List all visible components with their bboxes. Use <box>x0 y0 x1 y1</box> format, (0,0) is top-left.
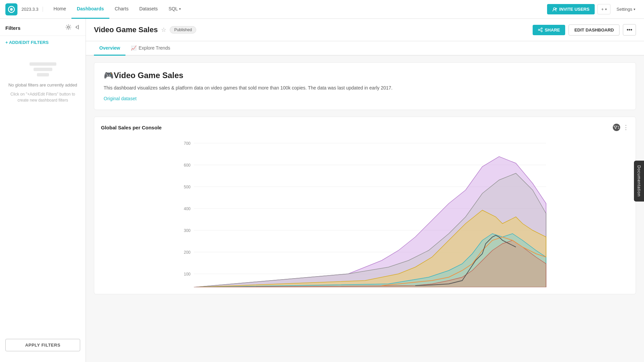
sidebar-empty-text: No global filters are currently added <box>8 82 77 88</box>
original-dataset-link[interactable]: Original dataset <box>104 96 137 101</box>
sidebar-empty-state: No global filters are currently added Cl… <box>0 49 86 198</box>
dashboard-header: Video Game Sales ☆ Published SHARE EDIT … <box>86 19 644 41</box>
nav-home[interactable]: Home <box>48 0 71 19</box>
settings-button[interactable]: Settings ▾ <box>613 4 639 14</box>
chart-more-button[interactable]: ⋮ <box>623 124 629 131</box>
empty-bar-2 <box>34 68 52 71</box>
edit-dashboard-button[interactable]: EDIT DASHBOARD <box>569 24 620 36</box>
documentation-tab[interactable]: Documentation <box>634 161 644 201</box>
filter-icon <box>613 125 618 129</box>
add-edit-filters-button[interactable]: + ADD/EDIT FILTERS <box>0 36 86 49</box>
chart-svg: 700 600 500 400 300 200 100 <box>101 136 629 287</box>
apply-filters-button[interactable]: APPLY FILTERS <box>5 339 80 351</box>
tab-explore-trends[interactable]: 📈 Explore Trends <box>125 41 175 56</box>
chart-card: Global Sales per Console 1 ⋮ <box>94 117 636 294</box>
svg-point-1 <box>10 8 13 11</box>
svg-point-8 <box>538 29 540 31</box>
nav-sql[interactable]: SQL ▾ <box>163 0 186 19</box>
tab-overview[interactable]: Overview <box>94 41 125 56</box>
empty-bar-3 <box>37 73 49 76</box>
sidebar-title: Filters <box>5 25 20 31</box>
empty-state-icon <box>30 62 56 76</box>
dashboard-title-row: Video Game Sales ☆ Published <box>94 25 196 34</box>
favorite-star-icon[interactable]: ☆ <box>161 26 166 34</box>
sidebar: Filters + ADD/EDIT FILTERS <box>0 19 86 362</box>
sidebar-header: Filters <box>0 24 86 36</box>
more-options-button[interactable]: ••• <box>623 24 636 36</box>
svg-text:200: 200 <box>184 250 191 255</box>
info-card-title: 🎮Video Game Sales <box>104 71 626 80</box>
sidebar-settings-icon[interactable] <box>65 24 71 32</box>
chart-area: 700 600 500 400 300 200 100 <box>101 136 629 287</box>
chart-title: Global Sales per Console <box>101 125 162 130</box>
nav-datasets[interactable]: Datasets <box>134 0 163 19</box>
share-icon <box>538 27 543 32</box>
dashboard-content: 🎮Video Game Sales This dashboard visuali… <box>86 56 644 301</box>
chart-card-header: Global Sales per Console 1 ⋮ <box>101 124 629 131</box>
explore-trends-icon: 📈 <box>131 45 137 51</box>
app-version: 2023.3.3 <box>20 7 43 12</box>
topnav: 2023.3.3 Home Dashboards Charts Datasets… <box>0 0 644 19</box>
dashboard-actions: SHARE EDIT DASHBOARD ••• <box>533 24 636 36</box>
invite-users-button[interactable]: INVITE USERS <box>547 4 595 14</box>
svg-text:400: 400 <box>184 206 191 211</box>
invite-icon <box>552 7 557 12</box>
svg-text:100: 100 <box>184 272 191 277</box>
svg-line-10 <box>540 29 541 29</box>
sidebar-collapse-icon[interactable] <box>74 24 80 32</box>
brand-logo[interactable]: 2023.3.3 <box>5 3 43 15</box>
add-button[interactable]: + ▾ <box>597 4 610 14</box>
svg-text:500: 500 <box>184 185 191 189</box>
nav-dashboards[interactable]: Dashboards <box>71 0 109 19</box>
chart-actions: 1 ⋮ <box>613 124 629 131</box>
svg-text:600: 600 <box>184 163 191 168</box>
settings-chevron-icon: ▾ <box>634 7 635 11</box>
sidebar-bottom: APPLY FILTERS <box>0 334 86 357</box>
svg-text:700: 700 <box>184 141 191 146</box>
content-area: Video Game Sales ☆ Published SHARE EDIT … <box>86 19 644 362</box>
plus-chevron-icon: ▾ <box>605 7 607 11</box>
main-layout: Filters + ADD/EDIT FILTERS <box>0 19 644 362</box>
nav-charts[interactable]: Charts <box>109 0 134 19</box>
svg-point-5 <box>67 26 69 28</box>
share-button[interactable]: SHARE <box>533 25 566 35</box>
info-card-desc: This dashboard visualizes sales & platfo… <box>104 84 626 92</box>
brand-icon <box>5 3 17 15</box>
nav-right: INVITE USERS + ▾ Settings ▾ <box>547 4 639 14</box>
svg-line-11 <box>540 30 541 31</box>
svg-text:300: 300 <box>184 228 191 233</box>
empty-bar-1 <box>30 62 56 66</box>
svg-point-9 <box>541 31 542 32</box>
tabs-row: Overview 📈 Explore Trends <box>86 41 644 56</box>
info-card: 🎮Video Game Sales This dashboard visuali… <box>94 62 636 110</box>
nav-items: Home Dashboards Charts Datasets SQL ▾ <box>48 0 547 19</box>
sidebar-empty-hint: Click on "+Add/Edit Filters" button to c… <box>7 91 79 103</box>
sql-chevron-icon: ▾ <box>179 7 181 11</box>
sidebar-icons <box>65 24 80 32</box>
dashboard-title: Video Game Sales <box>94 25 158 34</box>
published-badge: Published <box>170 26 196 34</box>
svg-point-7 <box>541 28 542 29</box>
chart-filter-badge[interactable]: 1 <box>613 124 620 131</box>
